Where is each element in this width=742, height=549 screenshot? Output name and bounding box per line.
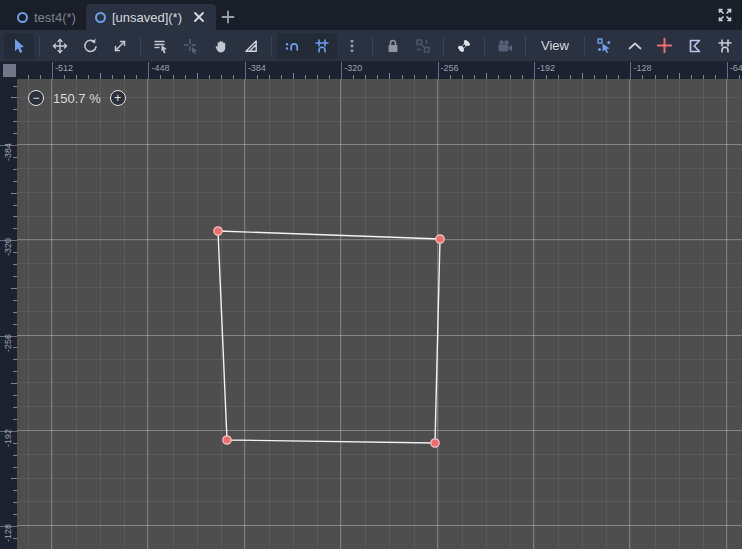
rotate-tool-icon bbox=[82, 38, 98, 54]
scene-node-icon bbox=[95, 12, 106, 23]
lock-icon bbox=[385, 38, 401, 54]
ruler-label: -128 bbox=[3, 524, 13, 542]
ruler-label: -192 bbox=[3, 429, 13, 447]
godot-2d-editor: test4(*) [unsaved](*) bbox=[0, 0, 742, 549]
scene-tab-label: [unsaved](*) bbox=[112, 10, 182, 25]
polygon-vertex-handle[interactable] bbox=[214, 227, 222, 235]
snap-grid-icon bbox=[717, 38, 733, 54]
pan-tool-icon bbox=[213, 38, 229, 54]
move-tool-button[interactable] bbox=[45, 33, 75, 59]
scene-node-icon bbox=[17, 12, 28, 23]
smart-snap-button[interactable] bbox=[277, 33, 307, 59]
ruler-major-tick bbox=[534, 62, 535, 79]
ruler-top: -512-448-384-320-256-192-128-64 bbox=[17, 62, 742, 79]
move-tool-icon bbox=[52, 38, 68, 54]
minus-icon: − bbox=[32, 92, 39, 104]
ruler-major-tick bbox=[630, 62, 631, 79]
ruler-label: -448 bbox=[151, 63, 169, 73]
ruler-tool-icon bbox=[243, 38, 259, 54]
select-tool-icon bbox=[11, 38, 27, 54]
ruler-label: -128 bbox=[633, 63, 651, 73]
plus-icon bbox=[221, 10, 235, 24]
pivot-select-button[interactable] bbox=[176, 33, 206, 59]
zoom-controls: − 150.7 % + bbox=[28, 90, 126, 106]
camera-preview-icon bbox=[496, 38, 514, 54]
ruler-corner-square bbox=[3, 64, 16, 77]
zoom-level-label[interactable]: 150.7 % bbox=[53, 91, 101, 106]
canvas-viewport[interactable]: − 150.7 % + bbox=[17, 79, 742, 549]
scene-tab-unsaved[interactable]: [unsaved](*) bbox=[86, 4, 216, 30]
ruler-tool-button[interactable] bbox=[236, 33, 266, 59]
ruler-corner bbox=[0, 62, 17, 79]
grid-snap-button[interactable] bbox=[307, 33, 337, 59]
polygon-drawing bbox=[17, 79, 742, 549]
zoom-out-button[interactable]: − bbox=[28, 90, 44, 106]
polygon-tool-button[interactable] bbox=[680, 33, 710, 59]
ruler-major-tick bbox=[438, 62, 439, 79]
snap-options-dots-icon bbox=[344, 38, 360, 54]
ruler-label: -256 bbox=[3, 333, 13, 351]
camera-preview-button[interactable] bbox=[490, 33, 520, 59]
create-point-button[interactable] bbox=[650, 33, 680, 59]
snap-options-button[interactable] bbox=[337, 33, 367, 59]
scene-tab-label: test4(*) bbox=[34, 10, 76, 25]
group-button[interactable] bbox=[408, 33, 438, 59]
polygon-vertex-handle[interactable] bbox=[436, 235, 444, 243]
scale-tool-button[interactable] bbox=[105, 33, 135, 59]
zoom-in-button[interactable]: + bbox=[110, 90, 126, 106]
ruler-label: -512 bbox=[55, 63, 73, 73]
skeleton-button[interactable] bbox=[449, 33, 479, 59]
ruler-label: -320 bbox=[344, 63, 362, 73]
ruler-label: -64 bbox=[730, 63, 742, 73]
scene-tab-bar: test4(*) [unsaved](*) bbox=[0, 0, 742, 30]
group-icon bbox=[415, 38, 431, 54]
create-point-icon bbox=[656, 37, 673, 54]
polygon-vertex-handle[interactable] bbox=[223, 436, 231, 444]
plus-icon: + bbox=[114, 92, 121, 104]
ruler-major-tick bbox=[341, 62, 342, 79]
list-select-icon bbox=[153, 38, 169, 54]
add-scene-tab-button[interactable] bbox=[216, 4, 240, 30]
ruler-major-tick bbox=[148, 62, 149, 79]
polygon-tool-icon bbox=[687, 38, 703, 54]
bone-icon bbox=[456, 38, 472, 54]
chevron-up-icon bbox=[626, 38, 644, 54]
ruler-label: -320 bbox=[3, 238, 13, 256]
scene-tab-test4[interactable]: test4(*) bbox=[8, 4, 86, 30]
ruler-label: -192 bbox=[537, 63, 555, 73]
grid-snap-icon bbox=[314, 38, 330, 54]
expand-icon bbox=[716, 6, 734, 24]
pivot-select-icon bbox=[183, 38, 199, 54]
scale-tool-icon bbox=[112, 38, 128, 54]
ruler-label: -384 bbox=[3, 143, 13, 161]
view-menu-button[interactable]: View bbox=[531, 33, 579, 59]
close-tab-icon[interactable] bbox=[192, 10, 206, 24]
chevron-up-button[interactable] bbox=[620, 33, 650, 59]
distraction-free-button[interactable] bbox=[716, 6, 734, 24]
ruler-major-tick bbox=[727, 62, 728, 79]
ruler-major-tick bbox=[245, 62, 246, 79]
ruler-left: -384-320-256-192-128 bbox=[0, 79, 17, 549]
canvas-toolbar: View bbox=[0, 30, 742, 62]
snap-grid-button[interactable] bbox=[710, 33, 740, 59]
smart-snap-icon bbox=[284, 38, 300, 54]
select-points-button[interactable] bbox=[590, 33, 620, 59]
pan-tool-button[interactable] bbox=[206, 33, 236, 59]
lock-button[interactable] bbox=[378, 33, 408, 59]
polygon-vertex-handle[interactable] bbox=[431, 439, 439, 447]
ruler-label: -256 bbox=[441, 63, 459, 73]
polygon-edges bbox=[218, 231, 440, 443]
ruler-major-tick bbox=[52, 62, 53, 79]
ruler-label: -384 bbox=[248, 63, 266, 73]
list-select-button[interactable] bbox=[146, 33, 176, 59]
rotate-tool-button[interactable] bbox=[75, 33, 105, 59]
select-tool-button[interactable] bbox=[4, 33, 34, 59]
select-points-icon bbox=[596, 37, 613, 54]
